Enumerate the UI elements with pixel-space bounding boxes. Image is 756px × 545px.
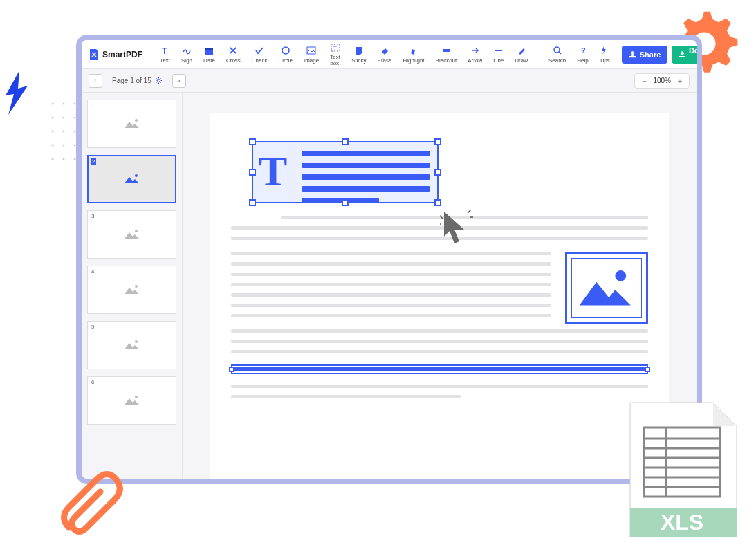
resize-handle[interactable] — [229, 367, 234, 372]
svg-rect-27 — [205, 48, 213, 50]
svg-text:T: T — [333, 45, 337, 51]
toolbar: SmartPDF TText Sign Date Cross Check Cir… — [82, 40, 697, 69]
tool-help[interactable]: ?Help — [573, 44, 591, 65]
xls-file-decoration: XLS — [625, 397, 742, 545]
text-icon: T — [160, 46, 170, 56]
body-text-lines — [231, 385, 648, 398]
resize-handle[interactable] — [342, 199, 349, 206]
svg-point-33 — [554, 47, 560, 53]
svg-point-41 — [135, 396, 138, 398]
dropcap-letter: T — [259, 147, 287, 196]
svg-text:T: T — [162, 46, 167, 55]
thumbnail-6[interactable]: 6 — [87, 376, 176, 425]
bolt-icon — [600, 46, 610, 56]
erase-icon — [380, 46, 390, 56]
page[interactable]: T — [210, 113, 669, 479]
tool-highlight[interactable]: Highlight — [399, 44, 427, 65]
resize-handle[interactable] — [434, 138, 441, 145]
bolt-decoration — [0, 69, 35, 118]
sticky-icon — [353, 46, 364, 56]
download-icon — [679, 50, 684, 58]
resize-handle[interactable] — [645, 367, 650, 372]
download-button[interactable]: Download pdf — [672, 46, 702, 64]
tool-tips[interactable]: Tips — [596, 44, 614, 65]
svg-rect-29 — [307, 47, 315, 54]
tool-sticky[interactable]: Sticky — [348, 44, 369, 65]
svg-rect-32 — [443, 49, 450, 52]
resize-handle[interactable] — [249, 199, 256, 206]
svg-point-11 — [63, 131, 65, 133]
calendar-icon — [204, 46, 214, 56]
logo-text: SmartPDF — [102, 50, 142, 59]
resize-handle[interactable] — [342, 138, 349, 145]
image-icon — [306, 46, 317, 56]
tool-image[interactable]: Image — [300, 44, 322, 65]
circle-icon — [280, 46, 291, 56]
page-indicator: Page 1 of 15 — [112, 77, 163, 84]
next-page-button[interactable]: › — [172, 74, 186, 88]
app-window: SmartPDF TText Sign Date Cross Check Cir… — [76, 35, 702, 484]
tool-sign[interactable]: Sign — [178, 44, 196, 65]
body-text-lines — [231, 252, 551, 317]
app-logo[interactable]: SmartPDF — [89, 48, 142, 61]
tool-arrow[interactable]: Arrow — [464, 44, 486, 65]
svg-point-39 — [135, 285, 138, 288]
svg-point-21 — [63, 158, 65, 160]
search-icon — [552, 46, 562, 56]
body-text-lines — [231, 329, 648, 353]
text-selection-block[interactable]: T — [252, 141, 439, 203]
resize-handle[interactable] — [249, 169, 256, 176]
zoom-out-button[interactable]: − — [639, 76, 649, 86]
svg-point-6 — [63, 117, 65, 119]
logo-icon — [89, 48, 100, 61]
svg-text:?: ? — [581, 46, 586, 55]
svg-point-5 — [52, 117, 54, 119]
tool-search[interactable]: Search — [545, 44, 569, 65]
svg-point-20 — [52, 158, 54, 160]
zoom-in-button[interactable]: + — [675, 76, 685, 86]
tool-textbox[interactable]: TText box — [326, 41, 344, 68]
check-icon — [255, 46, 265, 56]
thumbnail-3[interactable]: 3 — [87, 210, 176, 259]
svg-point-28 — [282, 47, 289, 54]
tool-check[interactable]: Check — [248, 44, 271, 65]
tool-line[interactable]: Line — [490, 44, 507, 65]
textbox-icon: T — [330, 42, 340, 53]
svg-point-0 — [52, 103, 54, 105]
page-canvas: T — [183, 93, 697, 479]
svg-point-42 — [615, 270, 626, 281]
share-button[interactable]: Share — [622, 46, 668, 64]
thumbnail-2[interactable]: 2 — [87, 155, 176, 203]
tool-cross[interactable]: Cross — [223, 44, 244, 65]
thumbnail-4[interactable]: 4 — [87, 266, 176, 314]
svg-point-16 — [63, 145, 65, 147]
tool-date[interactable]: Date — [200, 44, 219, 65]
svg-point-15 — [52, 145, 54, 147]
subbar: ‹ Page 1 of 15 › − 100% + — [82, 69, 697, 93]
svg-point-10 — [52, 131, 54, 133]
image-selection-block[interactable] — [565, 252, 648, 324]
svg-point-37 — [135, 174, 138, 177]
thumbnail-1[interactable]: 1 — [87, 100, 176, 148]
resize-handle[interactable] — [249, 138, 256, 145]
line-selection-block[interactable] — [231, 364, 648, 374]
svg-point-1 — [63, 103, 65, 105]
resize-handle[interactable] — [434, 169, 441, 176]
gear-icon[interactable] — [155, 77, 163, 84]
tool-text[interactable]: TText — [156, 44, 174, 65]
image-placeholder-icon — [123, 283, 141, 297]
highlight-icon — [409, 46, 419, 56]
image-placeholder-icon — [123, 117, 141, 131]
prev-page-button[interactable]: ‹ — [89, 74, 102, 88]
svg-point-38 — [135, 230, 138, 232]
pencil-icon — [516, 46, 526, 56]
tool-draw[interactable]: Draw — [511, 44, 531, 65]
tool-blackout[interactable]: Blackout — [432, 44, 461, 65]
image-placeholder-icon — [123, 338, 141, 352]
resize-handle[interactable] — [434, 199, 441, 206]
tool-circle[interactable]: Circle — [275, 44, 296, 65]
tool-erase[interactable]: Erase — [374, 44, 396, 65]
line-icon — [493, 46, 504, 56]
help-icon: ? — [578, 46, 588, 56]
thumbnail-5[interactable]: 5 — [87, 321, 176, 369]
